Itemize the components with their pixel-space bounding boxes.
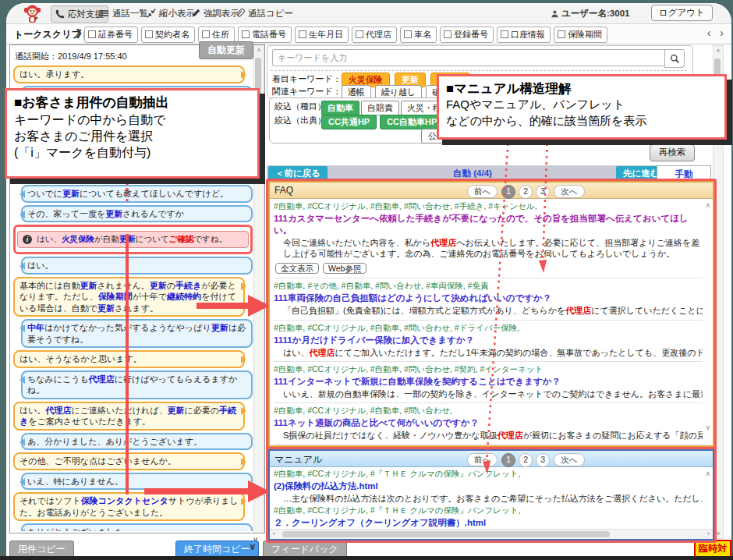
talkscript-chip[interactable]: 契約者名 xyxy=(141,27,195,43)
pager-next[interactable]: 次へ xyxy=(554,185,584,198)
paperclip-icon xyxy=(235,9,245,18)
manual-item: #自動車, #CCオリジナル, #『ＴＨＥ クルマの保険』パンフレット,２．クー… xyxy=(274,505,703,529)
shrink-icon xyxy=(147,9,156,18)
filter-type-row: 絞込（種目）：自動車自賠責火災・積火保険 xyxy=(274,101,335,112)
call-copy-button[interactable]: 通話コピー xyxy=(232,5,297,21)
filter-type-chip[interactable]: 自動車 xyxy=(321,101,359,115)
faq-tags: #自動車, #その他, #自動車, #問い合わせ, #車両保険, #免責 xyxy=(274,281,703,292)
scroll-up-icon[interactable]: ∧ xyxy=(254,45,264,55)
hscroll-thumb[interactable] xyxy=(282,531,610,537)
faq-question[interactable]: 111インターネットで新規に自動車保険を契約することはできますか？ xyxy=(274,376,703,388)
talkscript-chip[interactable]: 保険期間 xyxy=(554,27,607,43)
talkscript-arrow-icon: ❯ xyxy=(75,27,83,38)
search-button[interactable] xyxy=(664,49,685,68)
keyword-search-input[interactable] xyxy=(272,49,668,66)
manual-link[interactable]: ２．クーリングオフ（クーリングオフ説明書）.html xyxy=(274,517,703,529)
filter-source-chip[interactable]: CC共通HP xyxy=(321,115,377,129)
faq-answer: S損保の社員だけではなく、経験・ノウハウ豊かな取扱代理店が親切にお客さまの疑問に… xyxy=(283,430,703,441)
filter-type-chip[interactable]: 自賠責 xyxy=(361,101,399,115)
auto-update-button[interactable]: 自動更新 xyxy=(199,41,253,59)
manual-link[interactable]: (2)保険料の払込方法.html xyxy=(274,480,703,492)
faq-item: #自動車, #CCオリジナル, #自動車, #問い合わせ, #手続き, #キャン… xyxy=(274,199,703,278)
top-toolbar: 応対支援 通話一覧 縮小表示 強調表示 通話コピー ユーザー名:3001 xyxy=(6,3,731,24)
pager-page[interactable]: 3 xyxy=(536,453,550,467)
faq-action-button[interactable]: Web参照 xyxy=(323,263,366,274)
talkscript-chip[interactable]: 住所 xyxy=(198,27,235,43)
filter-source-row: 絞込（出典）：CC共通HPCC自動車HPCC火災HP xyxy=(274,115,335,126)
related-keyword-label: 関連キーワード： xyxy=(272,87,342,96)
chat-bubble: はい。 xyxy=(21,257,253,275)
talkscript-chip[interactable]: 生年月日 xyxy=(295,27,349,43)
pager-page[interactable]: 2 xyxy=(519,453,533,467)
annotation-right: ■マニュアル構造理解 FAQやマニュアル、パンフレット などの中から、的確に該当… xyxy=(437,74,727,140)
checkbox-icon xyxy=(242,30,250,38)
search-icon xyxy=(670,54,680,64)
faq-answer: いいえ、新規の自動車保険は、一部の契約を除き、インターネットでのご契約はできませ… xyxy=(283,388,703,399)
manual-tags: #自動車, #CCオリジナル, #『ＴＨＥ クルマの保険』パンフレット, xyxy=(274,469,703,480)
chat-bubble: 中年はかけてなかった気がするようなやっぱり更新は必要そうですね。 xyxy=(21,319,253,348)
faq-question[interactable]: 111カスタマーセンターへ依頼した手続きが不要になったので、その旨を担当部署へ伝… xyxy=(274,213,703,236)
manual-snippet: …主な保険料の払込方法は次のとおりです。お客さまのご希望にそった払込方法をご選択… xyxy=(283,493,703,504)
detected-subject-bubble[interactable]: iはい、火災保険が自動更新についてご確認ですね。 xyxy=(17,231,249,248)
faq-question[interactable]: 1111か月だけドライバー保険に加入できますか？ xyxy=(274,335,703,346)
checkbox-icon xyxy=(88,30,96,38)
checkbox-icon xyxy=(404,30,412,38)
checkbox-icon xyxy=(501,30,508,38)
manual-panel: マニュアル 前へ123次へ #自動車, #CCオリジナル, #『ＴＨＥ クルマの… xyxy=(268,449,714,541)
faq-item: #自動車, #CCオリジナル, #自動車, #問い合わせ,111ネット通販の商品… xyxy=(274,403,703,445)
faq-tags: #自動車, #CCオリジナル, #自動車, #問い合わせ, #手続き, #キャン… xyxy=(274,201,703,212)
scroll-right-icon[interactable]: › xyxy=(707,530,710,537)
faq-highlight-rect: FAQ 前へ123次へ #自動車, #CCオリジナル, #自動車, #問い合わせ… xyxy=(266,179,717,449)
faq-tags: #自動車, #CCオリジナル, #自動車, #問い合わせ, xyxy=(274,406,703,416)
faq-question[interactable]: 111ネット通販の商品と比べて何がいいのですか？ xyxy=(274,417,703,429)
manual-scroll-up-icon[interactable]: ∧ xyxy=(705,470,710,477)
manual-highlight-rect: マニュアル 前へ123次へ #自動車, #CCオリジナル, #『ＴＨＥ クルマの… xyxy=(266,447,717,543)
faq-item: #自動車, #CCオリジナル, #自動車, #問い合わせ, #契約, #インター… xyxy=(274,362,703,403)
pager-prev[interactable]: 前へ xyxy=(467,185,498,198)
annotation-left-title: ■お客さま用件の自動抽出 xyxy=(14,94,250,112)
faq-item-buttons: 全文表示Web参照 xyxy=(275,261,703,275)
chat-bubble: それではソフト保険コンタクトセンタサトウが承りました。お電話ありがとうございまし… xyxy=(13,492,245,521)
manual-hscrollbar[interactable]: ‹ › xyxy=(270,529,713,539)
pager-page[interactable]: 2 xyxy=(519,185,533,199)
chat-bubble: はい。承ります。 xyxy=(13,66,245,83)
filter-source-chip[interactable]: CC自動車HP xyxy=(380,115,444,129)
faq-scroll-up-icon[interactable]: ∧ xyxy=(705,201,710,209)
talkscript-chip[interactable]: 電話番号 xyxy=(238,27,292,43)
manual-list: #自動車, #CCオリジナル, #『ＴＨＥ クルマの保険』パンフレット,(2)保… xyxy=(274,467,703,530)
pager-page[interactable]: 1 xyxy=(501,185,515,199)
scroll-up-icon[interactable]: ∧ xyxy=(714,46,723,55)
talkscript-row: トークスクリプト ❯ 証券番号契約者名住所電話番号生年月日代理店車名登録番号口座… xyxy=(6,24,731,44)
manual-tags: #自動車, #CCオリジナル, #『ＴＨＥ クルマの保険』パンフレット, xyxy=(274,505,703,516)
checkbox-icon xyxy=(299,30,306,38)
research-button[interactable]: 再検索 xyxy=(650,144,695,161)
logout-button[interactable]: ログアウト xyxy=(651,5,713,21)
faq-answer: 今回ご連絡いただいた内容を、私から代理店へお伝えいたします。必要に応じて、担当部… xyxy=(283,237,703,260)
chevron-down-icon[interactable]: ∨ xyxy=(249,541,257,552)
talkscript-chip[interactable]: 登録番号 xyxy=(440,27,494,43)
faq-scroll-down-icon[interactable]: ∨ xyxy=(705,424,710,431)
chat-bubble: ありがとうございました。 xyxy=(21,523,253,531)
list-icon xyxy=(100,9,109,18)
pen-icon xyxy=(191,9,200,18)
pager-prev[interactable]: 前へ xyxy=(467,453,498,466)
talkscript-chip[interactable]: 代理店 xyxy=(352,27,397,43)
talkscript-pager-icons[interactable]: ‹ › xyxy=(707,27,727,39)
talkscript-chip[interactable]: 口座情報 xyxy=(497,27,551,43)
pager-page[interactable]: 3 xyxy=(536,185,550,199)
scroll-left-icon[interactable]: ‹ xyxy=(273,530,275,537)
manual-item: #自動車, #CCオリジナル, #『ＴＨＥ クルマの保険』パンフレット,(2)保… xyxy=(274,469,703,504)
mascot-logo xyxy=(22,4,43,23)
faq-question[interactable]: 111車両保険の自己負担額はどのようにして決めればいいのですか？ xyxy=(274,292,703,304)
manual-header: マニュアル 前へ123次へ xyxy=(270,451,713,467)
user-icon xyxy=(551,9,559,18)
faq-action-button[interactable]: 全文表示 xyxy=(275,263,319,274)
talkscript-chip[interactable]: 車名 xyxy=(400,27,437,43)
annotation-right-title: ■マニュアル構造理解 xyxy=(446,80,717,97)
annotation-rect: iはい、火災保険が自動更新についてご確認ですね。 xyxy=(13,225,253,254)
pager-page[interactable]: 1 xyxy=(501,453,515,467)
talkscript-chip[interactable]: 証券番号 xyxy=(84,27,138,43)
faq-header: FAQ 前へ123次へ xyxy=(270,183,713,199)
pager-next[interactable]: 次へ xyxy=(554,453,584,466)
faq-tags: #自動車, #CCオリジナル, #自動車, #問い合わせ, #契約, #インター… xyxy=(274,364,703,375)
